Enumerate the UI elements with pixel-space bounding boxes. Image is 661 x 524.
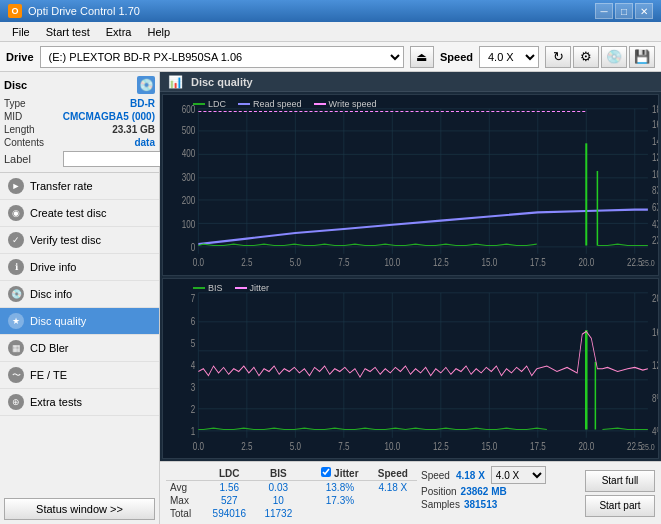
- svg-text:12X: 12X: [652, 151, 658, 164]
- nav-disc-quality-label: Disc quality: [30, 315, 86, 327]
- svg-text:0: 0: [191, 241, 195, 254]
- create-test-disc-icon: ◉: [8, 205, 24, 221]
- drive-label: Drive: [6, 51, 34, 63]
- menu-start-test[interactable]: Start test: [38, 22, 98, 41]
- nav-fe-te[interactable]: 〜 FE / TE: [0, 362, 159, 389]
- svg-text:17.5: 17.5: [530, 439, 546, 452]
- main-area: Disc 💿 Type BD-R MID CMCMAGBA5 (000) Len…: [0, 72, 661, 524]
- legend-ldc: LDC: [193, 99, 226, 109]
- svg-text:2X: 2X: [652, 234, 658, 247]
- content-area: 📊 Disc quality LDC Read speed: [160, 72, 661, 524]
- svg-text:14X: 14X: [652, 134, 658, 147]
- total-jitter: [311, 507, 368, 520]
- minimize-button[interactable]: ─: [595, 3, 613, 19]
- start-full-button[interactable]: Start full: [585, 470, 655, 492]
- nav-drive-info[interactable]: ℹ Drive info: [0, 254, 159, 281]
- menu-extra[interactable]: Extra: [98, 22, 140, 41]
- legend-bis-label: BIS: [208, 283, 223, 293]
- disc-contents-row: Contents data: [4, 137, 155, 148]
- chart1-svg: 0 100 200 300 400 500 600 2X 4X 6X 8X 10…: [163, 95, 658, 275]
- stats-row-max: Max 527 10 17.3%: [166, 494, 417, 507]
- svg-text:6: 6: [191, 314, 195, 327]
- nav-verify-test-disc-label: Verify test disc: [30, 234, 101, 246]
- stats-row-avg: Avg 1.56 0.03 13.8% 4.18 X: [166, 481, 417, 495]
- samples-label: Samples: [421, 499, 460, 510]
- title-bar: O Opti Drive Control 1.70 ─ □ ✕: [0, 0, 661, 22]
- disc-panel-icon-btn[interactable]: 💿: [137, 76, 155, 94]
- menu-help[interactable]: Help: [139, 22, 178, 41]
- total-bis: 11732: [256, 507, 301, 520]
- legend-read-speed-label: Read speed: [253, 99, 302, 109]
- disc-button[interactable]: 💿: [601, 46, 627, 68]
- nav-fe-te-label: FE / TE: [30, 369, 67, 381]
- max-speed: [369, 494, 417, 507]
- svg-text:12.5: 12.5: [433, 439, 449, 452]
- svg-text:15.0: 15.0: [481, 256, 497, 269]
- nav-cd-bler[interactable]: ▦ CD Bler: [0, 335, 159, 362]
- svg-text:6X: 6X: [652, 201, 658, 214]
- nav-extra-tests[interactable]: ⊕ Extra tests: [0, 389, 159, 416]
- svg-text:2: 2: [191, 402, 195, 415]
- col-speed: Speed: [369, 466, 417, 481]
- svg-text:12%: 12%: [652, 358, 658, 371]
- close-button[interactable]: ✕: [635, 3, 653, 19]
- extra-tests-icon: ⊕: [8, 394, 24, 410]
- chart-ldc: LDC Read speed Write speed: [162, 94, 659, 276]
- jitter-checkbox[interactable]: [321, 467, 331, 477]
- drive-info-icon: ℹ: [8, 259, 24, 275]
- disc-contents-label: Contents: [4, 137, 59, 148]
- avg-label: Avg: [166, 481, 203, 495]
- svg-text:16X: 16X: [652, 118, 658, 131]
- position-row: Position 23862 MB: [421, 486, 581, 497]
- start-part-button[interactable]: Start part: [585, 495, 655, 517]
- sidebar: Disc 💿 Type BD-R MID CMCMAGBA5 (000) Len…: [0, 72, 160, 524]
- drive-select[interactable]: (E:) PLEXTOR BD-R PX-LB950SA 1.06: [40, 46, 404, 68]
- svg-text:100: 100: [182, 217, 195, 230]
- chart2-svg: 1 2 3 4 5 6 7 4% 8% 12% 16% 20% 0.0 2.5: [163, 279, 658, 459]
- svg-text:3: 3: [191, 380, 195, 393]
- status-window-button[interactable]: Status window >>: [4, 498, 155, 520]
- menu-file[interactable]: File: [4, 22, 38, 41]
- disc-length-row: Length 23.31 GB: [4, 124, 155, 135]
- svg-text:1: 1: [191, 424, 195, 437]
- disc-info-icon: 💿: [8, 286, 24, 302]
- nav-disc-quality[interactable]: ★ Disc quality: [0, 308, 159, 335]
- total-speed: [369, 507, 417, 520]
- nav-transfer-rate[interactable]: ► Transfer rate: [0, 173, 159, 200]
- legend-ldc-label: LDC: [208, 99, 226, 109]
- charts-container: LDC Read speed Write speed: [160, 92, 661, 461]
- col-jitter: Jitter: [311, 466, 368, 481]
- max-sep: [301, 494, 311, 507]
- svg-rect-0: [163, 95, 658, 275]
- nav-verify-test-disc[interactable]: ✓ Verify test disc: [0, 227, 159, 254]
- disc-contents-value: data: [134, 137, 155, 148]
- nav-create-test-disc-label: Create test disc: [30, 207, 106, 219]
- disc-panel: Disc 💿 Type BD-R MID CMCMAGBA5 (000) Len…: [0, 72, 159, 173]
- speed-dropdown[interactable]: 4.0 X: [491, 466, 546, 484]
- nav-drive-info-label: Drive info: [30, 261, 76, 273]
- window-controls: ─ □ ✕: [595, 3, 653, 19]
- avg-speed: 4.18 X: [369, 481, 417, 495]
- legend-jitter-label: Jitter: [250, 283, 270, 293]
- nav-create-test-disc[interactable]: ◉ Create test disc: [0, 200, 159, 227]
- save-button[interactable]: 💾: [629, 46, 655, 68]
- svg-text:5.0: 5.0: [290, 439, 301, 452]
- nav-disc-info[interactable]: 💿 Disc info: [0, 281, 159, 308]
- maximize-button[interactable]: □: [615, 3, 633, 19]
- legend-write-speed-label: Write speed: [329, 99, 377, 109]
- settings-button[interactable]: ⚙: [573, 46, 599, 68]
- speed-select[interactable]: 4.0 X: [479, 46, 539, 68]
- col-sep: [301, 466, 311, 481]
- col-ldc: LDC: [203, 466, 256, 481]
- svg-text:500: 500: [182, 123, 195, 136]
- eject-button[interactable]: ⏏: [410, 46, 434, 68]
- svg-text:200: 200: [182, 194, 195, 207]
- refresh-button[interactable]: ↻: [545, 46, 571, 68]
- disc-mid-value: CMCMAGBA5 (000): [63, 111, 155, 122]
- disc-type-value: BD-R: [130, 98, 155, 109]
- chart-bis: BIS Jitter: [162, 278, 659, 460]
- svg-text:20.0: 20.0: [578, 439, 594, 452]
- avg-bis: 0.03: [256, 481, 301, 495]
- total-ldc: 594016: [203, 507, 256, 520]
- legend-jitter: Jitter: [235, 283, 270, 293]
